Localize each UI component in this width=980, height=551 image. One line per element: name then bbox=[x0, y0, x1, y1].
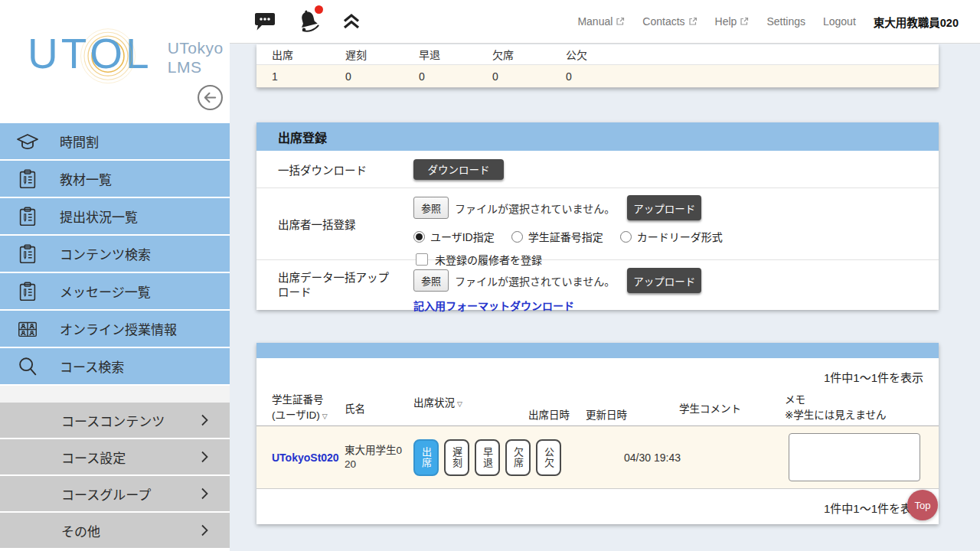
radio-user-id[interactable]: ユーザID指定 bbox=[413, 229, 495, 244]
no-file-selected-text: ファイルが選択されていません。 bbox=[455, 201, 615, 216]
update-time-value: 04/30 19:43 bbox=[624, 452, 681, 464]
status-button-left-early[interactable]: 早退 bbox=[475, 439, 500, 476]
download-button[interactable]: ダウンロード bbox=[413, 159, 504, 180]
sidebar-item-materials[interactable]: 教材一覧 bbox=[0, 161, 230, 197]
status-button-absent[interactable]: 欠席 bbox=[505, 439, 531, 476]
summary-value: 0 bbox=[345, 70, 419, 83]
row-label: 出席データ一括アップロード bbox=[278, 260, 393, 310]
student-attendance-table: 1件中1〜1件を表示 学生証番号 (ユーザID)▽ 氏名 出席状況▽ 出席日時 … bbox=[256, 343, 939, 524]
clipboard-icon bbox=[15, 204, 40, 229]
topbar-links: Manual Contacts Help Settings Logout 東大用… bbox=[577, 14, 959, 30]
radio-button[interactable] bbox=[511, 231, 523, 243]
sidebar-item-course-search[interactable]: コース検索 bbox=[0, 348, 230, 384]
radio-button-checked[interactable] bbox=[413, 231, 425, 243]
row-label: 出席者一括登録 bbox=[278, 188, 413, 259]
sidebar-item-label: コンテンツ検索 bbox=[60, 244, 151, 263]
chevron-right-icon bbox=[201, 451, 208, 466]
summary-value: 1 bbox=[272, 70, 345, 83]
radio-student-card-number[interactable]: 学生証番号指定 bbox=[511, 229, 603, 244]
logout-link[interactable]: Logout bbox=[823, 15, 856, 28]
header-memo: メモ ※学生には見えません bbox=[785, 393, 886, 422]
sidebar-item-timetable[interactable]: 時間割 bbox=[0, 123, 230, 159]
sidebar-item-label: コース検索 bbox=[60, 357, 124, 376]
radio-card-reader-format[interactable]: カードリーダ形式 bbox=[620, 229, 723, 244]
help-link[interactable]: Help bbox=[715, 15, 750, 28]
scroll-to-top-button[interactable]: Top bbox=[907, 490, 938, 520]
notifications-bell-icon[interactable] bbox=[296, 8, 322, 34]
topbar: Manual Contacts Help Settings Logout 東大用… bbox=[230, 0, 980, 44]
arrow-left-circle-icon bbox=[197, 84, 224, 111]
summary-value: 0 bbox=[419, 70, 492, 83]
manual-link[interactable]: Manual bbox=[577, 15, 625, 28]
sidebar-item-course-contents[interactable]: コースコンテンツ bbox=[0, 403, 230, 438]
panel-title: 出席登録 bbox=[256, 122, 939, 151]
clipboard-icon bbox=[15, 242, 40, 266]
logo-text: UTOL bbox=[28, 31, 152, 77]
table-header-row: 学生証番号 (ユーザID)▽ 氏名 出席状況▽ 出席日時 更新日時 学生コメント… bbox=[256, 390, 939, 426]
memo-textarea[interactable] bbox=[789, 433, 920, 481]
radio-button[interactable] bbox=[620, 231, 632, 243]
topbar-icons bbox=[254, 8, 361, 34]
sidebar-item-course-group[interactable]: コースグループ bbox=[0, 476, 230, 511]
sidebar-item-submission-status[interactable]: 提出状況一覧 bbox=[0, 198, 230, 234]
result-count-bottom: 1件中1〜1件を表示 bbox=[256, 489, 939, 520]
result-count-top: 1件中1〜1件を表示 bbox=[256, 358, 939, 390]
status-button-excused[interactable]: 公欠 bbox=[536, 439, 561, 476]
student-id-link[interactable]: UTokyoSt020 bbox=[272, 452, 342, 464]
upload-button[interactable]: アップロード bbox=[627, 268, 701, 293]
header-attend-time: 出席日時 bbox=[528, 406, 586, 425]
summary-value-row: 1 0 0 0 0 bbox=[256, 65, 939, 88]
table-row: UTokyoSt020 東大用学生020 出席 遅刻 早退 欠席 公欠 04/3… bbox=[256, 426, 939, 489]
header-student-id[interactable]: 学生証番号 (ユーザID)▽ bbox=[272, 393, 345, 422]
table-header-bar bbox=[256, 343, 939, 358]
summary-header: 出席 bbox=[272, 47, 345, 62]
summary-value: 0 bbox=[566, 70, 639, 83]
search-icon bbox=[15, 354, 40, 379]
sidebar-divider bbox=[0, 386, 230, 403]
sort-icon[interactable]: ▽ bbox=[322, 412, 328, 422]
external-link-icon bbox=[688, 17, 697, 26]
no-file-selected-text: ファイルが選択されていません。 bbox=[455, 273, 615, 289]
header-status[interactable]: 出席状況▽ bbox=[413, 390, 528, 409]
logo-subtitle: UTokyo LMS bbox=[168, 38, 224, 77]
sidebar-item-content-search[interactable]: コンテンツ検索 bbox=[0, 236, 230, 272]
bulk-register-row: 出席者一括登録 参照 ファイルが選択されていません。 アップロード ユーザID指… bbox=[256, 188, 939, 260]
header-name: 氏名 bbox=[345, 400, 413, 416]
data-upload-row: 出席データ一括アップロード 参照 ファイルが選択されていません。 アップロード … bbox=[256, 260, 939, 310]
sidebar-item-course-settings[interactable]: コース設定 bbox=[0, 439, 230, 474]
collapse-header-chevrons-icon[interactable] bbox=[341, 13, 361, 30]
chevron-right-icon bbox=[201, 487, 208, 503]
settings-link[interactable]: Settings bbox=[766, 15, 805, 28]
sidebar-item-label: 時間割 bbox=[60, 132, 99, 151]
browse-file-button[interactable]: 参照 bbox=[413, 269, 449, 292]
sidebar-item-online-class-info[interactable]: オンライン授業情報 bbox=[0, 311, 230, 347]
summary-header: 遅刻 bbox=[345, 47, 419, 62]
clipboard-icon bbox=[15, 279, 40, 304]
student-name: 東大用学生020 bbox=[345, 443, 407, 471]
sidebar-item-others[interactable]: その他 bbox=[0, 513, 230, 548]
sidebar: UTOL UTokyo LMS 時間割 教材一覧 提出状況一覧 コンテンツ検索 … bbox=[0, 0, 230, 551]
status-button-late[interactable]: 遅刻 bbox=[444, 439, 469, 476]
notification-badge bbox=[315, 5, 323, 14]
user-name: 東大用教職員020 bbox=[874, 14, 959, 30]
bulk-download-row: 一括ダウンロード ダウンロード bbox=[256, 151, 939, 188]
summary-header: 公欠 bbox=[566, 47, 639, 62]
summary-header: 欠席 bbox=[492, 47, 566, 62]
sidebar-item-label: 提出状況一覧 bbox=[60, 207, 138, 226]
logo-letter-o: O bbox=[90, 31, 126, 77]
status-button-present[interactable]: 出席 bbox=[413, 439, 439, 476]
memo-cell bbox=[789, 433, 920, 484]
upload-button[interactable]: アップロード bbox=[627, 195, 701, 220]
external-link-icon bbox=[740, 17, 749, 26]
sidebar-item-messages[interactable]: メッセージ一覧 bbox=[0, 273, 230, 309]
format-download-link[interactable]: 記入用フォーマットダウンロード bbox=[413, 298, 574, 313]
sidebar-collapse-button[interactable] bbox=[197, 84, 224, 111]
id-type-radio-group: ユーザID指定 学生証番号指定 カードリーダ形式 bbox=[413, 229, 733, 244]
summary-value: 0 bbox=[492, 70, 566, 83]
meeting-grid-icon bbox=[15, 317, 40, 341]
chat-icon[interactable] bbox=[254, 11, 276, 32]
clipboard-icon bbox=[15, 167, 40, 191]
sort-icon[interactable]: ▽ bbox=[457, 400, 462, 408]
browse-file-button[interactable]: 参照 bbox=[413, 197, 449, 219]
contacts-link[interactable]: Contacts bbox=[642, 15, 697, 28]
